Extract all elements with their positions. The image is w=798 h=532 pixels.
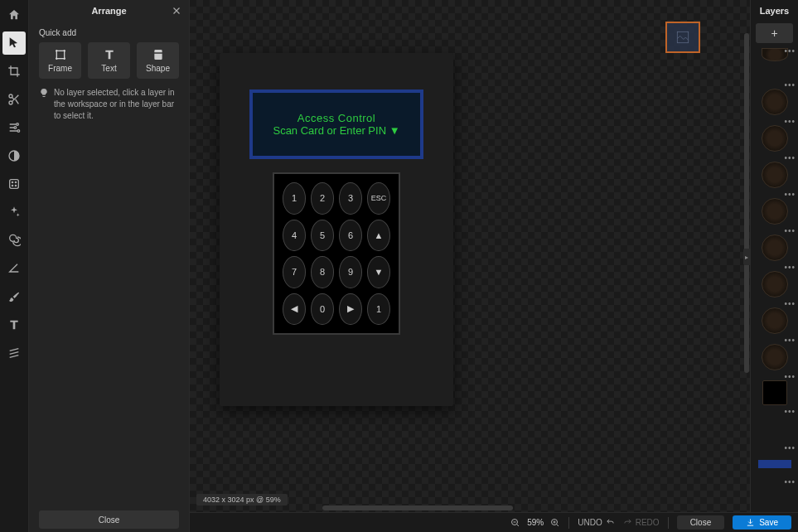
quickadd-row: Frame Text Shape: [29, 42, 189, 79]
svg-point-4: [17, 130, 20, 133]
key-3: 3: [339, 182, 362, 215]
text-tool-icon[interactable]: [2, 313, 26, 336]
layer-thumbs: ••• ••• ••• ••• ••• ••• ••• ••• ••• ••• …: [751, 48, 798, 512]
ai-tool-icon[interactable]: [2, 201, 26, 224]
svg-point-7: [12, 181, 12, 182]
cut-tool-icon[interactable]: [2, 88, 26, 111]
layer-menu-icon[interactable]: •••: [784, 226, 796, 235]
frame-button[interactable]: Frame: [39, 42, 81, 79]
close-button[interactable]: Close: [677, 515, 725, 530]
arrange-title: Arrange: [91, 6, 126, 16]
text-button[interactable]: Text: [88, 42, 130, 79]
dimensions-badge: 4032 x 3024 px @ 59%: [196, 494, 288, 505]
vertical-scrollbar[interactable]: [744, 33, 749, 373]
selection-box[interactable]: [665, 22, 700, 53]
key-0: 0: [311, 293, 334, 326]
svg-rect-6: [10, 180, 19, 189]
close-icon[interactable]: [171, 5, 182, 17]
layer-menu-icon[interactable]: •••: [784, 336, 796, 345]
hatch-tool-icon[interactable]: [2, 341, 26, 365]
layer-thumb[interactable]: •••: [756, 479, 794, 512]
layer-thumb[interactable]: •••: [756, 191, 794, 225]
key-5: 5: [311, 220, 334, 252]
layer-menu-icon[interactable]: •••: [784, 117, 796, 126]
download-icon: [746, 518, 755, 527]
layer-thumb[interactable]: •••: [756, 264, 794, 297]
key-esc: ESC: [367, 182, 390, 215]
layer-menu-icon[interactable]: •••: [784, 372, 796, 381]
svg-point-2: [17, 123, 19, 126]
left-toolbar: [0, 0, 29, 532]
layer-thumb[interactable]: •••: [756, 118, 794, 152]
divider: [668, 517, 669, 529]
key-7: 7: [283, 256, 306, 288]
layer-menu-icon[interactable]: •••: [784, 263, 796, 272]
contrast-tool-icon[interactable]: [2, 144, 26, 167]
angle-tool-icon[interactable]: [2, 257, 26, 280]
hint-text: No layer selected, click a layer in the …: [54, 87, 179, 122]
layer-menu-icon[interactable]: •••: [784, 477, 796, 486]
key-2: 2: [311, 182, 334, 215]
layer-menu-icon[interactable]: •••: [784, 443, 796, 452]
lcd-screen: Access Control Scan Card or Enter PIN ▼: [249, 89, 423, 159]
layer-thumb[interactable]: •••: [756, 155, 794, 188]
pointer-tool-icon[interactable]: [2, 31, 26, 55]
divider: [568, 517, 569, 529]
layer-menu-icon[interactable]: •••: [784, 80, 796, 89]
frame-label: Frame: [48, 64, 72, 73]
key-6: 6: [339, 220, 362, 252]
zoom-group: 59%: [510, 518, 560, 528]
bulb-icon: [39, 88, 49, 98]
zoom-value: 59%: [527, 518, 544, 527]
key-right: ▶: [339, 293, 362, 326]
key-up: ▲: [367, 220, 390, 252]
lcd-line-2: Scan Card or Enter PIN ▼: [273, 124, 399, 137]
layer-menu-icon[interactable]: •••: [784, 299, 796, 308]
layer-thumb[interactable]: •••: [756, 82, 794, 115]
zoom-in-icon[interactable]: [550, 518, 560, 528]
redo-button[interactable]: REDO: [623, 518, 660, 527]
svg-point-8: [15, 181, 16, 182]
lcd-line-1: Access Control: [297, 112, 375, 124]
key-1: 1: [283, 182, 306, 215]
layer-menu-icon[interactable]: •••: [784, 190, 796, 199]
layers-panel: Layers + ••• ••• ••• ••• ••• ••• ••• •••…: [750, 0, 798, 512]
arrange-panel: Arrange Quick add Frame Text Shape No la…: [29, 0, 190, 532]
key-down: ▼: [367, 256, 390, 288]
text-label: Text: [101, 64, 116, 73]
expand-handle[interactable]: ▸: [743, 249, 750, 265]
bottom-bar: 59% UNDO REDO Close Save: [190, 512, 798, 532]
home-icon[interactable]: [2, 3, 26, 27]
shape-label: Shape: [146, 64, 170, 73]
canvas[interactable]: Access Control Scan Card or Enter PIN ▼ …: [190, 0, 750, 512]
save-button[interactable]: Save: [733, 515, 791, 530]
svg-rect-11: [56, 51, 64, 58]
layer-thumb[interactable]: •••: [756, 337, 794, 370]
layer-thumb[interactable]: •••: [756, 374, 794, 405]
layer-menu-icon[interactable]: •••: [784, 407, 796, 416]
add-layer-button[interactable]: +: [756, 23, 793, 43]
svg-point-9: [12, 185, 12, 186]
layer-thumb[interactable]: •••: [756, 409, 794, 442]
layer-menu-icon[interactable]: •••: [784, 48, 796, 56]
key-8: 8: [311, 256, 334, 288]
zoom-out-icon[interactable]: [510, 518, 520, 528]
layer-thumb[interactable]: •••: [756, 445, 794, 476]
layer-thumb[interactable]: •••: [756, 48, 794, 79]
undo-button[interactable]: UNDO: [578, 518, 614, 527]
layer-menu-icon[interactable]: •••: [784, 153, 796, 162]
keypad: 1 2 3 ESC 4 5 6 ▲ 7 8 9 ▼ ◀ 0 ▶ 1: [273, 172, 400, 335]
shape-button[interactable]: Shape: [137, 42, 179, 79]
layer-thumb[interactable]: •••: [756, 301, 794, 334]
pattern-tool-icon[interactable]: [2, 172, 26, 196]
spiral-tool-icon[interactable]: [2, 229, 26, 252]
brush-tool-icon[interactable]: [2, 285, 26, 308]
adjust-tool-icon[interactable]: [2, 116, 26, 139]
horizontal-scrollbar[interactable]: [322, 505, 513, 510]
layer-thumb[interactable]: •••: [756, 228, 794, 261]
crop-tool-icon[interactable]: [2, 60, 26, 83]
hint-row: No layer selected, click a layer in the …: [29, 79, 189, 130]
device-mockup[interactable]: Access Control Scan Card or Enter PIN ▼ …: [220, 53, 453, 406]
panel-close-button[interactable]: Close: [39, 510, 179, 529]
key-9: 9: [339, 256, 362, 288]
